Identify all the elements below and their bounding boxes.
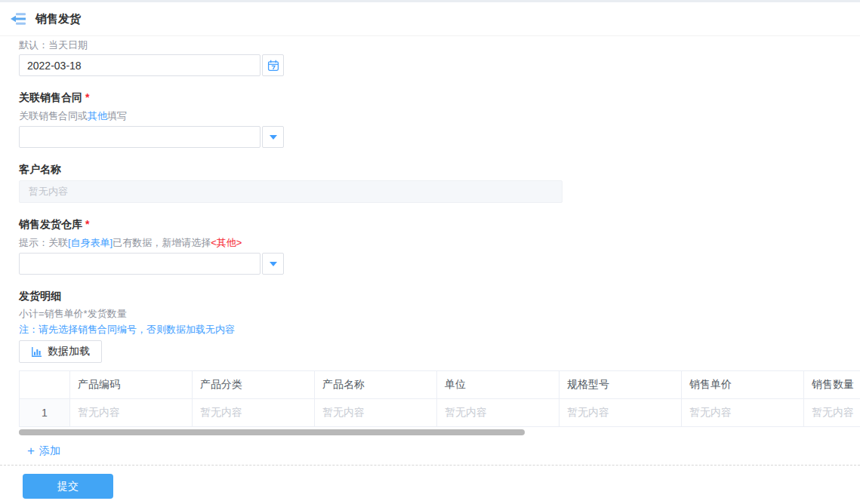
column-header: 规格型号: [559, 371, 682, 399]
index-column-header: [20, 371, 70, 399]
table-cell[interactable]: 暂无内容: [559, 399, 682, 427]
column-header: 产品分类: [193, 371, 315, 399]
footer-divider: [0, 465, 860, 466]
submit-button[interactable]: 提交: [23, 474, 113, 499]
customer-field-label: 客户名称: [19, 163, 860, 175]
contract-hint-other-link[interactable]: 其他: [88, 110, 107, 121]
row-index-cell: 1: [20, 399, 70, 427]
required-mark: *: [85, 91, 89, 103]
warehouse-field-label: 销售发货仓库*: [19, 218, 860, 230]
horizontal-scrollbar-track: [19, 429, 860, 435]
data-load-button-label: 数据加载: [48, 345, 90, 358]
warehouse-hint-prefix: 提示：关联: [19, 237, 68, 248]
warehouse-field-hint: 提示：关联[自身表单]已有数据，新增请选择<其他>: [19, 237, 860, 248]
table-cell[interactable]: 暂无内容: [437, 399, 559, 427]
contract-hint-suffix: 填写: [107, 110, 127, 121]
warehouse-select-input[interactable]: [19, 253, 260, 275]
detail-table: 产品编码 产品分类 产品名称 单位 规格型号 销售单价 销售数量 1 暂无内容 …: [19, 370, 860, 427]
table-cell[interactable]: 暂无内容: [193, 399, 315, 427]
page-header: 销售发货: [0, 2, 860, 36]
detail-section-label: 发货明细: [19, 290, 860, 302]
add-row-label: 添加: [39, 444, 60, 458]
contract-field-label: 关联销售合同*: [19, 91, 860, 103]
table-header-row: 产品编码 产品分类 产品名称 单位 规格型号 销售单价 销售数量: [20, 371, 860, 399]
plus-icon: +: [27, 446, 35, 456]
add-row-button[interactable]: + 添加: [27, 444, 60, 458]
chevron-down-icon: [270, 262, 277, 266]
calendar-icon: [267, 60, 279, 72]
column-header: 产品编码: [70, 371, 193, 399]
detail-table-container: 产品编码 产品分类 产品名称 单位 规格型号 销售单价 销售数量 1 暂无内容 …: [19, 370, 860, 427]
subtotal-note: 小计=销售单价*发货数量: [19, 308, 860, 319]
table-cell[interactable]: 暂无内容: [315, 399, 437, 427]
date-field-description: 默认：当天日期: [19, 39, 860, 51]
warehouse-field-label-text: 销售发货仓库: [19, 218, 82, 230]
contract-hint-prefix: 关联销售合同或: [19, 110, 88, 121]
table-cell[interactable]: 暂无内容: [682, 399, 804, 427]
contract-select-input[interactable]: [19, 126, 260, 148]
warehouse-dropdown-button[interactable]: [262, 253, 284, 275]
column-header: 单位: [437, 371, 559, 399]
date-input[interactable]: [19, 54, 260, 76]
customer-name-input: 暂无内容: [19, 180, 563, 203]
required-mark: *: [85, 218, 89, 230]
load-note: 注：请先选择销售合同编号，否则数据加载无内容: [19, 324, 860, 335]
collapse-back-icon[interactable]: [10, 11, 28, 26]
page-title: 销售发货: [35, 12, 81, 26]
warehouse-hint-other: <其他>: [211, 237, 242, 248]
chevron-down-icon: [270, 135, 277, 140]
warehouse-hint-middle: 已有数据，新增请选择: [113, 237, 211, 248]
column-header: 销售单价: [682, 371, 804, 399]
bar-chart-icon: [31, 346, 42, 358]
data-load-button[interactable]: 数据加载: [19, 340, 102, 363]
table-cell[interactable]: 暂无内容: [804, 399, 860, 427]
warehouse-hint-form-link: [自身表单]: [68, 237, 113, 248]
contract-field-hint: 关联销售合同或其他填写: [19, 110, 860, 121]
column-header: 销售数量: [804, 371, 860, 399]
contract-dropdown-button[interactable]: [262, 126, 284, 148]
table-cell[interactable]: 暂无内容: [70, 399, 193, 427]
contract-field-label-text: 关联销售合同: [19, 91, 82, 103]
calendar-picker-button[interactable]: [262, 54, 284, 76]
column-header: 产品名称: [315, 371, 437, 399]
table-row: 1 暂无内容 暂无内容 暂无内容 暂无内容 暂无内容 暂无内容 暂无内容: [20, 399, 860, 427]
horizontal-scrollbar-thumb[interactable]: [19, 429, 525, 435]
